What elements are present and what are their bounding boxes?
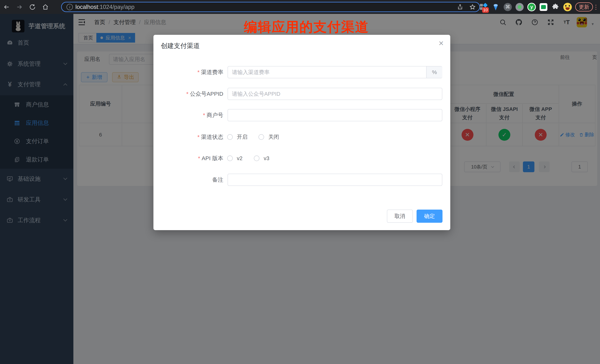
dialog-title: 创建支付渠道	[161, 41, 200, 50]
address-bar[interactable]: i localhost:1024/pay/app	[61, 2, 480, 12]
remark-input[interactable]	[227, 174, 442, 186]
rate-input[interactable]	[227, 66, 442, 78]
command-extension-icon[interactable]: ⌘	[504, 3, 512, 11]
cancel-button[interactable]: 取消	[387, 209, 413, 223]
tabs-extension-icon[interactable]: 10	[479, 3, 488, 11]
api-v3-radio[interactable]	[254, 155, 259, 161]
home-icon[interactable]	[39, 0, 52, 14]
status-close-radio[interactable]	[259, 134, 264, 140]
url-host: localhost	[75, 4, 98, 10]
screen: i localhost:1024/pay/app 10 ⌘ y 更新 ⋮	[0, 0, 600, 364]
status-open-label[interactable]: 开启	[237, 134, 248, 140]
field-label-api: *API 版本	[153, 152, 223, 164]
field-label-merchant: *商户号	[153, 109, 223, 121]
browser-menu-icon[interactable]: ⋮	[593, 0, 599, 14]
api-v2-radio[interactable]	[227, 155, 233, 161]
puzzle-extensions-icon[interactable]	[551, 3, 560, 11]
back-icon[interactable]	[0, 0, 13, 14]
reload-icon[interactable]	[26, 0, 39, 14]
field-label-appid: *公众号APPID	[153, 88, 223, 100]
create-channel-dialog: 创建支付渠道 × *渠道费率 % *公众号APPID *商户号 *渠道状态 开启…	[153, 35, 450, 230]
field-label-remark: 备注	[153, 174, 223, 186]
bookmark-star-icon[interactable]	[469, 4, 476, 10]
percent-append: %	[426, 66, 442, 78]
merchant-input[interactable]	[227, 109, 442, 121]
field-label-status: *渠道状态	[153, 131, 223, 143]
extensions-row: 10 ⌘ y	[479, 0, 572, 14]
annotation-text: 编辑应用的支付渠道	[244, 18, 369, 36]
site-info-icon[interactable]: i	[66, 4, 73, 10]
recorder-extension-icon[interactable]	[516, 3, 524, 11]
appid-input[interactable]	[227, 88, 442, 100]
status-open-radio[interactable]	[227, 134, 233, 140]
y-extension-icon[interactable]: y	[527, 3, 536, 11]
extension-badge: 10	[482, 7, 489, 13]
status-close-label[interactable]: 关闭	[268, 134, 279, 140]
close-icon[interactable]: ×	[439, 39, 444, 47]
browser-update-button[interactable]: 更新	[575, 2, 593, 11]
balloon-extension-icon[interactable]	[491, 3, 500, 11]
browser-chrome: i localhost:1024/pay/app 10 ⌘ y 更新 ⋮	[0, 0, 600, 14]
api-v3-label[interactable]: v3	[264, 155, 269, 162]
field-label-rate: *渠道费率	[153, 66, 223, 78]
share-icon[interactable]	[457, 4, 463, 10]
api-v2-label[interactable]: v2	[237, 155, 243, 162]
url-path: :1024/pay/app	[98, 4, 134, 10]
chat-extension-icon[interactable]	[540, 3, 547, 11]
confirm-button[interactable]: 确定	[417, 209, 442, 223]
forward-icon[interactable]	[13, 0, 26, 14]
profile-avatar-icon[interactable]	[563, 3, 572, 11]
